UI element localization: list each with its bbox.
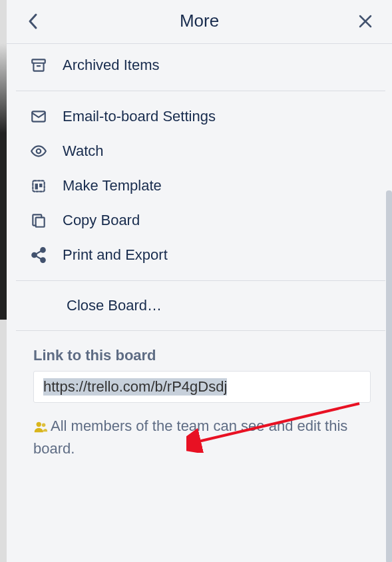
team-visibility-icon: [33, 420, 48, 434]
back-button[interactable]: [21, 9, 45, 33]
svg-point-15: [37, 422, 41, 427]
menu-item-label: Close Board…: [67, 297, 162, 314]
svg-rect-8: [39, 184, 42, 187]
menu-item-label: Print and Export: [63, 246, 168, 264]
svg-rect-2: [32, 59, 45, 63]
scrollbar-thumb[interactable]: [386, 190, 392, 562]
mail-icon: [29, 107, 48, 126]
menu-item-print-export[interactable]: Print and Export: [16, 238, 385, 272]
menu-item-label: Watch: [63, 142, 104, 160]
divider: [16, 280, 385, 281]
menu-item-archived-items[interactable]: Archived Items: [16, 48, 385, 83]
background-strip: [0, 0, 7, 562]
menu-item-label: Copy Board: [63, 212, 140, 229]
svg-rect-9: [36, 218, 45, 227]
menu-item-copy-board[interactable]: Copy Board: [16, 203, 385, 238]
svg-line-14: [36, 256, 41, 259]
template-icon: [29, 176, 48, 195]
divider: [16, 91, 385, 91]
eye-icon: [29, 142, 48, 160]
divider: [16, 330, 385, 331]
link-section-label: Link to this board: [33, 347, 371, 364]
close-panel-button[interactable]: [353, 9, 377, 33]
chevron-left-icon: [27, 12, 39, 31]
menu-item-label: Email-to-board Settings: [63, 108, 216, 125]
panel-header: More: [7, 0, 392, 44]
panel-title: More: [180, 11, 219, 31]
board-link-url[interactable]: https://trello.com/b/rP4gDsdj: [43, 378, 227, 396]
menu-item-close-board[interactable]: Close Board…: [16, 285, 385, 326]
menu-item-label: Make Template: [63, 177, 162, 194]
menu-group-0: Archived Items: [16, 44, 385, 87]
menu-item-watch[interactable]: Watch: [16, 134, 385, 168]
svg-point-5: [37, 149, 41, 154]
more-menu-panel: More Archived Items Email-to-board Setti…: [7, 0, 392, 562]
visibility-description: All members of the team can see and edit…: [33, 415, 371, 460]
scrollbar-track: [386, 44, 392, 562]
copy-icon: [29, 211, 48, 230]
svg-rect-6: [33, 180, 44, 191]
share-icon: [29, 246, 48, 264]
svg-point-16: [42, 423, 46, 427]
svg-line-13: [36, 251, 41, 254]
menu-group-1: Email-to-board Settings Watch Make Templ…: [16, 95, 385, 276]
panel-content: Archived Items Email-to-board Settings W…: [7, 44, 392, 562]
link-section: Link to this board https://trello.com/b/…: [16, 335, 385, 472]
svg-rect-7: [35, 184, 38, 190]
close-icon: [358, 14, 373, 29]
menu-item-email-settings[interactable]: Email-to-board Settings: [16, 99, 385, 134]
archive-icon: [29, 56, 48, 75]
menu-item-label: Archived Items: [63, 57, 160, 74]
menu-item-make-template[interactable]: Make Template: [16, 168, 385, 203]
link-input-container[interactable]: https://trello.com/b/rP4gDsdj: [33, 371, 371, 403]
visibility-text: All members of the team can see and edit…: [33, 418, 347, 457]
